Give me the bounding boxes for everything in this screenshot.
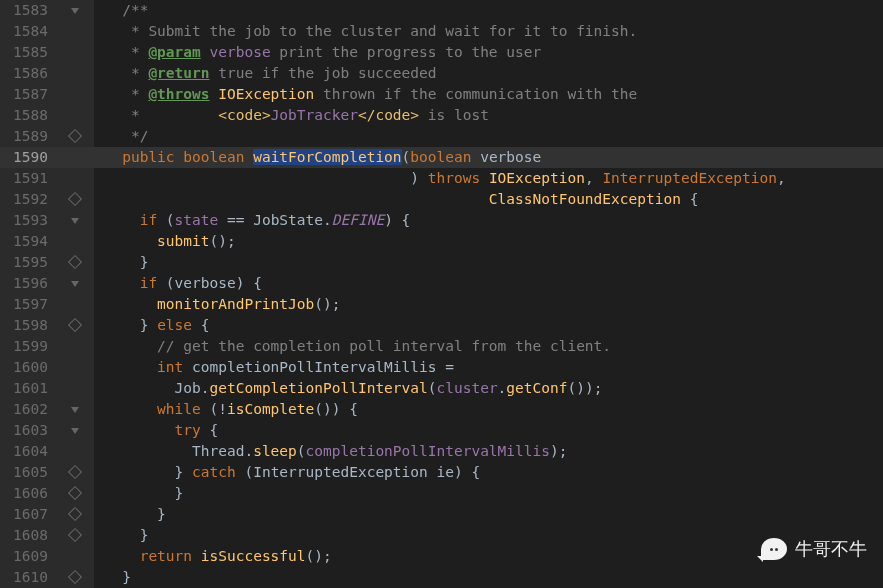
fold-column[interactable] [56,0,94,588]
fold-marker[interactable] [56,483,94,504]
code-token [96,65,131,81]
line-number: 1585 [4,42,48,63]
code-token [471,149,480,165]
code-token [96,338,157,354]
line-number: 1609 [4,546,48,567]
code-token: while [157,401,201,417]
code-token: return [140,548,192,564]
line-number: 1583 [4,0,48,21]
code-line[interactable]: * Submit the job to the cluster and wait… [96,21,883,42]
line-number: 1606 [4,483,48,504]
code-line[interactable]: if (state == JobState.DEFINE) { [96,210,883,231]
fold-marker[interactable] [56,210,94,231]
code-line[interactable]: Job.getCompletionPollInterval(cluster.ge… [96,378,883,399]
code-token [96,485,175,501]
fold-marker[interactable] [56,567,94,588]
code-token: * [131,107,218,123]
code-line[interactable]: monitorAndPrintJob(); [96,294,883,315]
line-number: 1586 [4,63,48,84]
fold-marker [56,378,94,399]
code-token: , [777,170,786,186]
code-token [96,128,131,144]
code-line[interactable]: // get the completion poll interval from… [96,336,883,357]
code-area[interactable]: /** * Submit the job to the cluster and … [94,0,883,588]
wechat-icon [761,538,787,560]
code-token [96,107,131,123]
code-line[interactable]: Thread.sleep(completionPollIntervalMilli… [96,441,883,462]
line-number: 1584 [4,21,48,42]
fold-marker[interactable] [56,315,94,336]
fold-marker[interactable] [56,420,94,441]
code-token: == [218,212,253,228]
code-line[interactable]: public boolean waitForCompletion(boolean… [96,147,883,168]
code-token: monitorAndPrintJob [157,296,314,312]
code-line[interactable]: submit(); [96,231,883,252]
code-line[interactable]: */ [96,126,883,147]
fold-marker[interactable] [56,126,94,147]
code-line[interactable]: } else { [96,315,883,336]
code-token [201,44,210,60]
code-token: ) { [384,212,410,228]
code-token [96,149,122,165]
fold-marker[interactable] [56,189,94,210]
fold-marker[interactable] [56,462,94,483]
code-line[interactable]: } [96,567,883,588]
fold-marker [56,441,94,462]
code-token: } [122,569,131,585]
code-line[interactable]: if (verbose) { [96,273,883,294]
code-token: ); [550,443,567,459]
line-number: 1605 [4,462,48,483]
code-line[interactable]: } [96,252,883,273]
code-token: ( [236,464,253,480]
code-line[interactable]: try { [96,420,883,441]
code-line[interactable]: } [96,504,883,525]
code-token: InterruptedException [602,170,777,186]
line-number: 1593 [4,210,48,231]
code-line[interactable]: * @param verbose print the progress to t… [96,42,883,63]
code-token: * [131,65,148,81]
code-token: boolean [410,149,471,165]
code-token: } [140,527,149,543]
code-token: completionPollIntervalMillis [306,443,550,459]
code-token: ( [428,380,437,396]
code-token: ()) { [314,401,358,417]
code-token: verbose [210,44,271,60]
code-token [96,2,122,18]
code-line[interactable]: /** [96,0,883,21]
code-line[interactable]: while (!isComplete()) { [96,399,883,420]
fold-marker[interactable] [56,504,94,525]
fold-marker [56,105,94,126]
code-token [96,317,140,333]
fold-marker[interactable] [56,252,94,273]
code-token [96,191,489,207]
fold-marker[interactable] [56,525,94,546]
code-token: sleep [253,443,297,459]
code-line[interactable]: } [96,483,883,504]
code-line[interactable]: * @throws IOException thrown if the comm… [96,84,883,105]
watermark: 牛哥不牛 [761,538,867,560]
code-editor[interactable]: 1583158415851586158715881589159015911592… [0,0,883,588]
code-line[interactable]: int completionPollIntervalMillis = [96,357,883,378]
code-token: completionPollIntervalMillis [192,359,436,375]
code-token: DEFINE [332,212,384,228]
code-line[interactable]: * <code>JobTracker</code> is lost [96,105,883,126]
code-token [96,254,140,270]
code-line[interactable]: * @return true if the job succeeded [96,63,883,84]
line-number: 1589 [4,126,48,147]
code-token [480,170,489,186]
fold-marker[interactable] [56,0,94,21]
code-line[interactable]: ClassNotFoundException { [96,189,883,210]
code-line[interactable]: } catch (InterruptedException ie) { [96,462,883,483]
code-token: . [244,443,253,459]
fold-marker [56,357,94,378]
line-number: 1595 [4,252,48,273]
code-line[interactable]: ) throws IOException, InterruptedExcepti… [96,168,883,189]
code-token: true if the job succeeded [210,65,437,81]
code-token [96,275,140,291]
fold-marker[interactable] [56,273,94,294]
line-number: 1602 [4,399,48,420]
code-token: * [131,86,148,102]
code-token [96,296,157,312]
fold-marker[interactable] [56,399,94,420]
line-number: 1610 [4,567,48,588]
